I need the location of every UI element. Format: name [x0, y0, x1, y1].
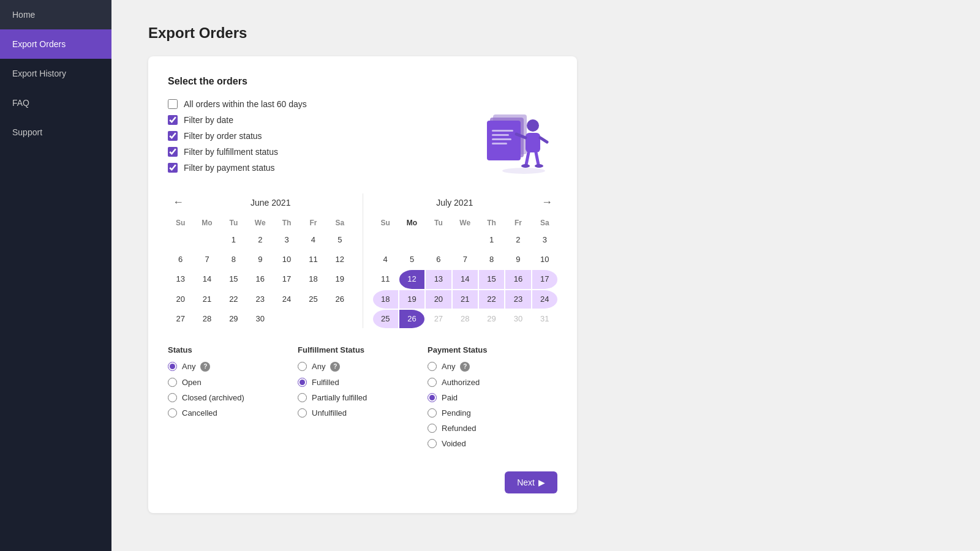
- fulfillment-any-radio[interactable]: [298, 362, 307, 371]
- june-day-5[interactable]: 5: [327, 231, 352, 249]
- filter-by-fulfillment-status-checkbox[interactable]: [168, 147, 178, 157]
- june-day-12[interactable]: 12: [327, 250, 352, 269]
- status-cancelled-radio[interactable]: [168, 408, 177, 418]
- june-day-10[interactable]: 10: [274, 250, 299, 269]
- prev-month-button[interactable]: ←: [168, 193, 189, 211]
- status-closed-radio[interactable]: [168, 393, 177, 402]
- july-day-22[interactable]: 22: [479, 290, 504, 309]
- filter-by-payment-status-checkbox[interactable]: [168, 163, 178, 173]
- sidebar-item-export-history[interactable]: Export History: [0, 59, 111, 88]
- filter-by-order-status-checkbox-row[interactable]: Filter by order status: [168, 131, 459, 141]
- status-any-radio[interactable]: [168, 362, 177, 371]
- june-day-11[interactable]: 11: [301, 250, 326, 269]
- june-day-4[interactable]: 4: [301, 231, 326, 249]
- filter-by-fulfillment-status-checkbox-row[interactable]: Filter by fulfillment status: [168, 147, 459, 157]
- june-day-16[interactable]: 16: [247, 270, 273, 288]
- june-day-21[interactable]: 21: [194, 290, 219, 309]
- status-any-row[interactable]: Any ?: [168, 362, 298, 372]
- payment-voided-row[interactable]: Voided: [428, 439, 557, 448]
- june-day-1[interactable]: 1: [221, 231, 246, 249]
- july-day-25[interactable]: 25: [373, 310, 398, 328]
- july-day-16[interactable]: 16: [505, 270, 530, 288]
- july-day-11[interactable]: 11: [373, 270, 398, 288]
- july-day-17[interactable]: 17: [532, 270, 557, 288]
- fulfillment-unfulfilled-row[interactable]: Unfulfilled: [298, 408, 428, 418]
- payment-any-radio[interactable]: [428, 362, 437, 371]
- payment-authorized-radio[interactable]: [428, 378, 437, 387]
- june-day-14[interactable]: 14: [194, 270, 219, 288]
- june-day-22[interactable]: 22: [221, 290, 246, 309]
- payment-any-row[interactable]: Any ?: [428, 362, 557, 372]
- july-day-5[interactable]: 5: [399, 250, 424, 269]
- fulfillment-unfulfilled-radio[interactable]: [298, 408, 307, 418]
- payment-refunded-radio[interactable]: [428, 424, 437, 433]
- filter-by-order-status-checkbox[interactable]: [168, 131, 178, 141]
- june-day-27[interactable]: 27: [168, 310, 193, 328]
- sidebar-item-export-orders[interactable]: Export Orders: [0, 29, 111, 59]
- july-day-31[interactable]: 31: [532, 310, 557, 328]
- july-day-30[interactable]: 30: [505, 310, 530, 328]
- july-day-18[interactable]: 18: [373, 290, 398, 309]
- july-day-23[interactable]: 23: [505, 290, 530, 309]
- june-day-2[interactable]: 2: [247, 231, 273, 249]
- july-day-24[interactable]: 24: [532, 290, 557, 309]
- july-day-26[interactable]: 26: [399, 310, 424, 328]
- payment-pending-radio[interactable]: [428, 408, 437, 418]
- filter-by-date-checkbox-row[interactable]: Filter by date: [168, 115, 459, 125]
- july-day-28[interactable]: 28: [453, 310, 478, 328]
- payment-authorized-row[interactable]: Authorized: [428, 378, 557, 387]
- june-day-17[interactable]: 17: [274, 270, 299, 288]
- july-day-10[interactable]: 10: [532, 250, 557, 269]
- july-day-2[interactable]: 2: [505, 231, 530, 249]
- june-day-24[interactable]: 24: [274, 290, 299, 309]
- sidebar-item-faq[interactable]: FAQ: [0, 88, 111, 118]
- june-day-29[interactable]: 29: [221, 310, 246, 328]
- june-day-18[interactable]: 18: [301, 270, 326, 288]
- june-day-28[interactable]: 28: [194, 310, 219, 328]
- fulfillment-partially-row[interactable]: Partially fulfilled: [298, 393, 428, 402]
- june-day-30[interactable]: 30: [247, 310, 273, 328]
- status-open-radio[interactable]: [168, 378, 177, 387]
- june-day-23[interactable]: 23: [247, 290, 273, 309]
- july-day-29[interactable]: 29: [479, 310, 504, 328]
- payment-voided-radio[interactable]: [428, 439, 437, 448]
- june-day-25[interactable]: 25: [301, 290, 326, 309]
- payment-any-help-icon[interactable]: ?: [460, 362, 470, 372]
- fulfillment-fulfilled-row[interactable]: Fulfilled: [298, 378, 428, 387]
- july-day-7[interactable]: 7: [453, 250, 478, 269]
- filter-by-payment-status-checkbox-row[interactable]: Filter by payment status: [168, 163, 459, 173]
- payment-refunded-row[interactable]: Refunded: [428, 424, 557, 433]
- sidebar-item-support[interactable]: Support: [0, 118, 111, 147]
- payment-pending-row[interactable]: Pending: [428, 408, 557, 418]
- june-day-15[interactable]: 15: [221, 270, 246, 288]
- june-day-26[interactable]: 26: [327, 290, 352, 309]
- fulfillment-any-row[interactable]: Any ?: [298, 362, 428, 372]
- june-day-19[interactable]: 19: [327, 270, 352, 288]
- payment-paid-row[interactable]: Paid: [428, 393, 557, 402]
- next-month-button[interactable]: →: [537, 193, 557, 211]
- sidebar-item-home[interactable]: Home: [0, 0, 111, 29]
- july-day-27[interactable]: 27: [426, 310, 451, 328]
- payment-paid-radio[interactable]: [428, 393, 437, 402]
- july-day-1[interactable]: 1: [479, 231, 504, 249]
- status-open-row[interactable]: Open: [168, 378, 298, 387]
- status-closed-row[interactable]: Closed (archived): [168, 393, 298, 402]
- status-cancelled-row[interactable]: Cancelled: [168, 408, 298, 418]
- fulfillment-fulfilled-radio[interactable]: [298, 378, 307, 387]
- july-day-14[interactable]: 14: [453, 270, 478, 288]
- status-any-help-icon[interactable]: ?: [200, 362, 210, 372]
- july-day-4[interactable]: 4: [373, 250, 398, 269]
- july-day-21[interactable]: 21: [453, 290, 478, 309]
- july-day-13[interactable]: 13: [426, 270, 451, 288]
- july-day-3[interactable]: 3: [532, 231, 557, 249]
- july-day-19[interactable]: 19: [399, 290, 424, 309]
- june-day-8[interactable]: 8: [221, 250, 246, 269]
- july-day-9[interactable]: 9: [505, 250, 530, 269]
- all-orders-checkbox[interactable]: [168, 99, 178, 109]
- filter-by-date-checkbox[interactable]: [168, 115, 178, 125]
- fulfillment-partially-radio[interactable]: [298, 393, 307, 402]
- july-day-20[interactable]: 20: [426, 290, 451, 309]
- july-day-15[interactable]: 15: [479, 270, 504, 288]
- all-orders-checkbox-row[interactable]: All orders within the last 60 days: [168, 99, 459, 109]
- june-day-7[interactable]: 7: [194, 250, 219, 269]
